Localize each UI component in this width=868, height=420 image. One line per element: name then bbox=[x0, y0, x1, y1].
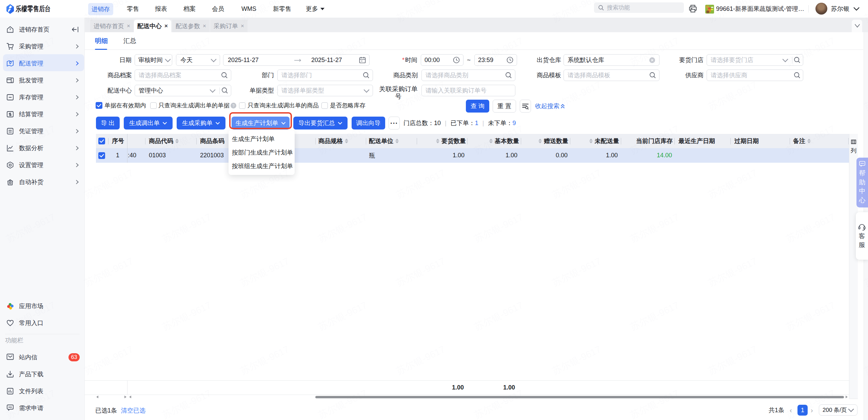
svg-text:?: ? bbox=[233, 103, 235, 107]
